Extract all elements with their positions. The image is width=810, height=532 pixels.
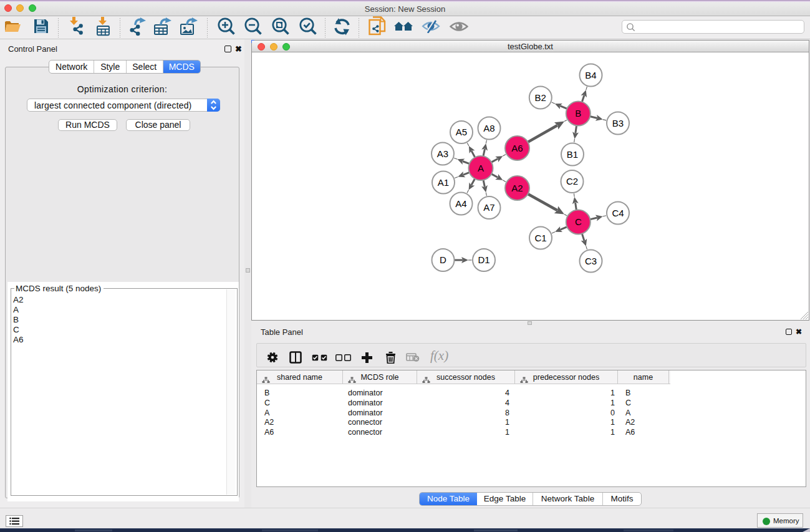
svg-text:A6: A6 xyxy=(511,143,523,153)
svg-text:C: C xyxy=(575,216,582,227)
svg-text:D: D xyxy=(440,254,446,265)
svg-text:B1: B1 xyxy=(567,149,578,160)
svg-text:A1: A1 xyxy=(438,177,449,188)
svg-text:B3: B3 xyxy=(612,118,624,128)
svg-text:A7: A7 xyxy=(483,202,494,213)
svg-text:B2: B2 xyxy=(535,92,546,103)
svg-text:A4: A4 xyxy=(455,198,466,209)
svg-text:A5: A5 xyxy=(456,127,467,137)
svg-text:C2: C2 xyxy=(566,176,578,186)
svg-text:C4: C4 xyxy=(612,208,624,218)
svg-text:A8: A8 xyxy=(483,123,494,133)
svg-text:C1: C1 xyxy=(534,233,546,243)
svg-text:A: A xyxy=(478,163,484,173)
svg-text:D1: D1 xyxy=(478,254,489,265)
svg-text:A2: A2 xyxy=(511,183,523,193)
svg-text:B4: B4 xyxy=(585,70,596,80)
svg-text:C3: C3 xyxy=(585,256,597,266)
svg-text:A3: A3 xyxy=(437,148,448,159)
svg-text:B: B xyxy=(575,108,581,118)
